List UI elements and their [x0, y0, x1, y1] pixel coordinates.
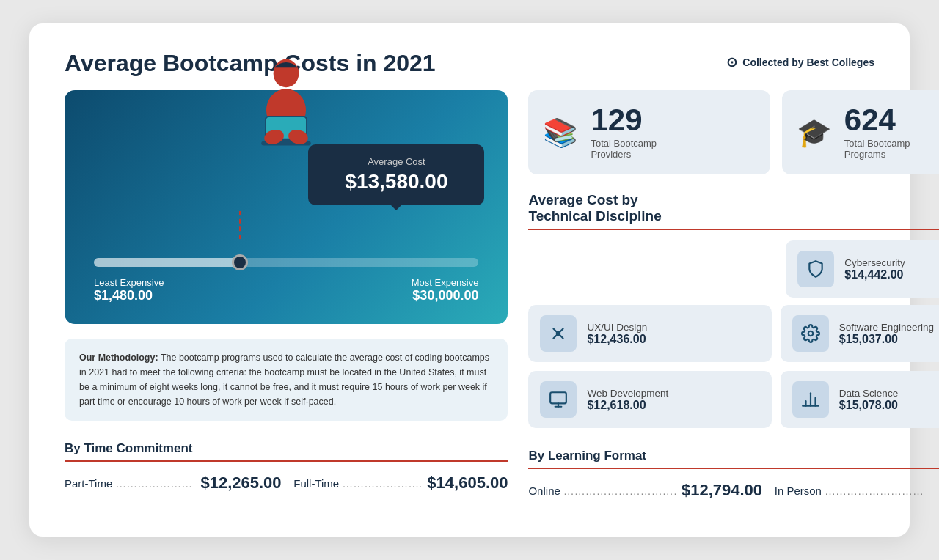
discipline-card-uxui: UX/UI Design $12,436.00 — [528, 305, 771, 362]
by-time-row-1: Part-Time ……………………… $12,265.00 Full-Time… — [65, 474, 508, 493]
providers-number: 129 — [591, 105, 657, 136]
discipline-title: Average Cost byTechnical Discipline — [528, 192, 939, 224]
methodology-box: Our Methodology: The bootcamp programs u… — [65, 339, 508, 421]
software-name: Software Engineering — [839, 322, 934, 333]
stat-info-programs: 624 Total BootcampPrograms — [844, 105, 910, 160]
methodology-label: Our Methodology: — [79, 353, 158, 363]
datascience-amount: $15,078.00 — [839, 399, 898, 412]
slider-fill — [94, 258, 240, 267]
design-icon — [540, 315, 577, 352]
by-time-divider — [65, 460, 508, 462]
software-info: Software Engineering $15,037.00 — [839, 322, 934, 346]
main-card: Average Bootcamp Costs in 2021 ⊙ Collect… — [29, 23, 910, 537]
full-time-label: Full-Time — [293, 477, 339, 490]
online-label: Online — [528, 485, 560, 497]
by-format-divider — [528, 468, 939, 469]
webdev-info: Web Development $12,618.00 — [587, 388, 668, 412]
online-value: $12,794.00 — [682, 481, 762, 500]
avg-cost-label: Average Cost — [329, 156, 464, 167]
uxui-name: UX/UI Design — [587, 322, 647, 333]
cybersecurity-name: Cybersecurity — [844, 257, 905, 268]
collected-by-label: Collected by Best Colleges — [742, 56, 874, 68]
check-icon: ⊙ — [726, 54, 737, 70]
by-time-title: By Time Commitment — [65, 441, 508, 456]
by-format-title: By Learning Format — [528, 449, 939, 463]
by-format-row: Online ……………………………… $12,794.00 In Person… — [528, 481, 939, 500]
slider-labels: Least Expensive $1,480.00 Most Expensive… — [94, 277, 478, 303]
collected-by: ⊙ Collected by Best Colleges — [726, 50, 874, 70]
webdev-name: Web Development — [587, 388, 668, 399]
datascience-name: Data Science — [839, 388, 898, 399]
hero-banner: Average Cost $13,580.00 Leas — [65, 90, 508, 324]
left-column: Average Cost $13,580.00 Leas — [65, 90, 508, 493]
discipline-grid: UX/UI Design $12,436.00 Software Enginee… — [528, 305, 939, 428]
discipline-card-software: Software Engineering $15,037.00 — [781, 305, 939, 362]
slider-dot — [232, 254, 248, 270]
svg-point-10 — [808, 331, 814, 336]
providers-label: Total BootcampProviders — [591, 138, 657, 160]
uxui-info: UX/UI Design $12,436.00 — [587, 322, 647, 346]
graduation-icon: 🎓 — [797, 117, 831, 149]
inperson-label: In Person — [775, 485, 822, 497]
header-row: Average Bootcamp Costs in 2021 ⊙ Collect… — [65, 50, 874, 77]
svg-rect-11 — [551, 392, 567, 403]
discipline-card-cybersecurity: Cybersecurity $14,442.00 — [786, 240, 939, 298]
shield-icon — [797, 251, 834, 287]
slider-track — [94, 258, 478, 267]
slider-area: Least Expensive $1,480.00 Most Expensive… — [88, 233, 484, 303]
discipline-divider — [528, 229, 939, 230]
min-value: $1,480.00 — [94, 288, 164, 303]
programs-label: Total BootcampPrograms — [844, 138, 910, 160]
person-illustration — [238, 54, 334, 156]
discipline-card-datascience: Data Science $15,078.00 — [781, 371, 939, 428]
stats-row: 📚 129 Total BootcampProviders 🎓 624 Tota… — [528, 90, 939, 174]
by-format-section: By Learning Format Online ……………………………… $… — [528, 449, 939, 500]
webdev-amount: $12,618.00 — [587, 399, 668, 412]
right-column: 📚 129 Total BootcampProviders 🎓 624 Tota… — [528, 90, 939, 500]
stat-card-programs: 🎓 624 Total BootcampPrograms — [782, 90, 939, 174]
cyber-row: Cybersecurity $14,442.00 — [528, 240, 939, 298]
main-content: Average Cost $13,580.00 Leas — [65, 90, 874, 500]
datascience-info: Data Science $15,078.00 — [839, 388, 898, 412]
max-value: $30,000.00 — [412, 288, 479, 303]
full-time-value: $14,605.00 — [427, 474, 508, 493]
programs-number: 624 — [844, 105, 910, 136]
part-time-value: $12,265.00 — [200, 474, 281, 493]
max-label: Most Expensive $30,000.00 — [412, 277, 479, 303]
books-icon: 📚 — [543, 117, 577, 149]
chart-icon — [792, 381, 829, 418]
stat-card-providers: 📚 129 Total BootcampProviders — [528, 90, 770, 174]
uxui-amount: $12,436.00 — [587, 333, 647, 346]
cybersecurity-amount: $14,442.00 — [844, 268, 905, 281]
stat-info-providers: 129 Total BootcampProviders — [591, 105, 657, 160]
slider-dashed-line — [239, 211, 241, 239]
cybersecurity-info: Cybersecurity $14,442.00 — [844, 257, 905, 281]
min-label: Least Expensive $1,480.00 — [94, 277, 164, 303]
discipline-card-webdev: Web Development $12,618.00 — [528, 371, 771, 428]
discipline-section: Average Cost byTechnical Discipline Cybe… — [528, 192, 939, 428]
part-time-label: Part-Time — [65, 477, 112, 490]
avg-cost-value: $13,580.00 — [329, 170, 464, 194]
cost-callout: Average Cost $13,580.00 — [308, 144, 484, 205]
by-time-section: By Time Commitment Part-Time ……………………… $… — [65, 441, 508, 493]
monitor-icon — [540, 381, 577, 418]
gear-icon — [792, 315, 829, 352]
software-amount: $15,037.00 — [839, 333, 934, 346]
